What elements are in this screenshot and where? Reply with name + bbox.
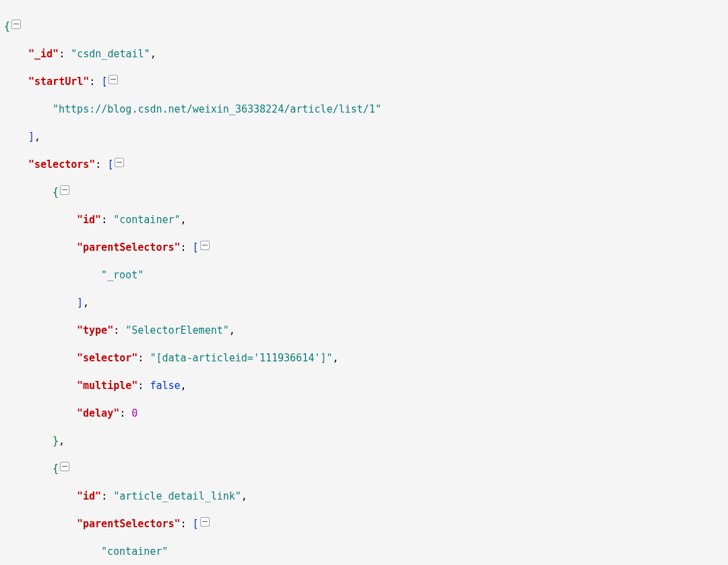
key-id: "id" bbox=[77, 490, 101, 502]
line-sel1-ps: "parentSelectors": [ bbox=[4, 517, 724, 531]
key-selector: "selector" bbox=[77, 352, 138, 364]
value-sel0-type: "SelectorElement" bbox=[125, 324, 229, 336]
line-sel0-open: { bbox=[4, 185, 724, 200]
collapse-icon[interactable] bbox=[60, 462, 69, 471]
line-sel0-ps: "parentSelectors": [ bbox=[4, 241, 724, 255]
line-sel0-selector: "selector": "[data-articleid='111936614'… bbox=[4, 351, 724, 365]
line-sel1-open: { bbox=[4, 462, 724, 476]
value-startUrl-0: "https://blog.csdn.net/weixin_36338224/a… bbox=[53, 103, 382, 115]
line-sel0-close: }, bbox=[4, 434, 724, 448]
collapse-icon[interactable] bbox=[200, 517, 210, 527]
bracket-open: [ bbox=[101, 76, 107, 88]
line-sel1-id: "id": "article_detail_link", bbox=[4, 489, 724, 504]
json-viewer: { "_id": "csdn_detail", "startUrl": [ "h… bbox=[0, 0, 728, 565]
value-_id: "csdn_detail" bbox=[71, 48, 150, 60]
line-sel1-ps0: "container" bbox=[4, 545, 724, 559]
line-selectors: "selectors": [ bbox=[4, 158, 724, 172]
key-id: "id" bbox=[77, 214, 101, 226]
line-sel0-multiple: "multiple": false, bbox=[4, 379, 724, 393]
brace-open: { bbox=[4, 20, 10, 32]
collapse-icon[interactable] bbox=[200, 241, 210, 250]
bracket-open: [ bbox=[193, 241, 199, 254]
line-_id: "_id": "csdn_detail", bbox=[4, 47, 724, 61]
value-sel1-id: "article_detail_link" bbox=[113, 490, 241, 502]
collapse-icon[interactable] bbox=[60, 185, 69, 195]
collapse-icon[interactable] bbox=[11, 20, 21, 29]
value-sel1-ps0: "container" bbox=[101, 545, 168, 558]
bracket-close: ] bbox=[28, 131, 34, 143]
line-startUrl-0: "https://blog.csdn.net/weixin_36338224/a… bbox=[4, 102, 724, 117]
bracket-open: [ bbox=[193, 518, 199, 530]
value-sel0-delay: 0 bbox=[131, 407, 138, 419]
brace-open: { bbox=[53, 463, 59, 475]
key-startUrl: "startUrl" bbox=[28, 76, 89, 88]
key-multiple: "multiple" bbox=[77, 380, 138, 392]
line-sel0-delay: "delay": 0 bbox=[4, 407, 724, 421]
key-parentSelectors: "parentSelectors" bbox=[77, 518, 181, 530]
collapse-icon[interactable] bbox=[109, 75, 118, 84]
value-sel0-selector: "[data-articleid='111936614']" bbox=[150, 352, 332, 364]
value-sel0-multiple: false bbox=[150, 380, 180, 392]
key-selectors: "selectors" bbox=[28, 158, 95, 171]
bracket-open: [ bbox=[107, 158, 113, 171]
key-delay: "delay" bbox=[77, 407, 119, 419]
brace-close: } bbox=[53, 435, 59, 447]
collapse-icon[interactable] bbox=[115, 158, 124, 167]
brace-open: { bbox=[53, 186, 59, 198]
line-sel0-ps0: "_root" bbox=[4, 268, 724, 282]
key-parentSelectors: "parentSelectors" bbox=[77, 241, 181, 254]
value-sel0-ps0: "_root" bbox=[101, 269, 144, 281]
line-sel0-id: "id": "container", bbox=[4, 213, 724, 227]
line-sel0-type: "type": "SelectorElement", bbox=[4, 324, 724, 338]
line-sel0-ps-close: ], bbox=[4, 296, 724, 310]
line-startUrl-close: ], bbox=[4, 130, 724, 144]
line-open-root: { bbox=[4, 20, 724, 34]
line-startUrl: "startUrl": [ bbox=[4, 75, 724, 89]
key-_id: "_id" bbox=[28, 48, 59, 60]
value-sel0-id: "container" bbox=[113, 214, 180, 226]
key-type: "type" bbox=[77, 324, 113, 336]
bracket-close: ] bbox=[77, 297, 83, 309]
